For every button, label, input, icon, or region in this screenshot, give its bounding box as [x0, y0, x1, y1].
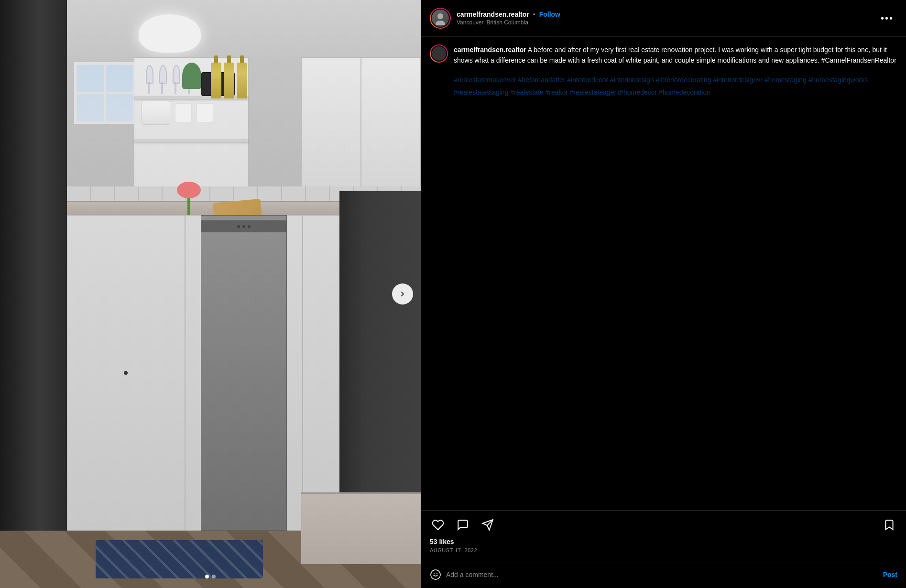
image-indicators	[205, 575, 216, 578]
username-row: carmelfrandsen.realtor • Follow	[457, 11, 871, 18]
control-dot	[237, 225, 240, 228]
mug	[175, 103, 192, 122]
upper-cabinet-right-1	[301, 57, 361, 191]
dishes	[142, 101, 213, 125]
comment-input[interactable]	[446, 571, 878, 578]
upper-cabinet-right-2	[361, 57, 421, 191]
wine-glass	[157, 65, 167, 94]
post-header: carmelfrandsen.realtor • Follow Vancouve…	[421, 0, 906, 37]
caption-area: carmelfrandsen.realtor A before and afte…	[421, 37, 906, 511]
kitchen-image	[0, 0, 421, 588]
bottle	[237, 63, 247, 98]
actions-bar: 53 likes AUGUST 17, 2022	[421, 511, 906, 563]
next-image-button[interactable]	[392, 283, 413, 305]
header-info: carmelfrandsen.realtor • Follow Vancouve…	[457, 11, 871, 26]
emoji-icon	[430, 569, 441, 580]
location: Vancouver, British Columbia	[457, 19, 871, 26]
bottle	[211, 63, 221, 98]
heart-icon	[432, 519, 444, 531]
avatar-inner	[431, 9, 450, 28]
mug	[196, 103, 213, 122]
post-container: carmelfrandsen.realtor • Follow Vancouve…	[0, 0, 906, 588]
dishwasher-controls	[201, 220, 286, 232]
avatar-wrapper	[430, 8, 451, 29]
comment-button[interactable]	[455, 517, 471, 533]
hashtag-block: #realestatemakeover #beforeandafter #int…	[454, 74, 897, 99]
shelf-2	[134, 139, 248, 142]
share-button[interactable]	[480, 517, 496, 533]
chevron-right-icon	[399, 290, 406, 298]
stove	[339, 191, 421, 531]
more-options-button[interactable]: •••	[877, 11, 897, 26]
window-cross-v	[104, 65, 106, 121]
svg-point-0	[437, 13, 443, 19]
cabinet-handle	[124, 371, 128, 375]
like-button[interactable]	[430, 517, 446, 533]
fridge	[0, 0, 67, 588]
control-dot	[242, 225, 245, 228]
flower-bloom	[177, 182, 201, 198]
svg-point-1	[436, 21, 445, 25]
rug	[96, 540, 263, 578]
indicator-dot-1	[205, 575, 209, 578]
open-shelves	[134, 57, 249, 191]
emoji-button[interactable]	[430, 569, 441, 580]
caption-avatar-inner	[431, 45, 447, 62]
action-icons-left	[430, 517, 496, 533]
svg-point-6	[437, 573, 437, 574]
control-dot	[248, 225, 251, 228]
caption-avatar-wrapper	[430, 44, 448, 63]
bookmark-button[interactable]	[881, 517, 897, 533]
comment-area: Post	[421, 563, 906, 588]
rug-pattern	[96, 540, 263, 578]
wine-glass	[144, 65, 153, 94]
flower-stem	[187, 198, 190, 215]
follow-button[interactable]: Follow	[539, 11, 560, 18]
caption-text: carmelfrandsen.realtor A before and afte…	[454, 44, 897, 66]
avatar-placeholder	[432, 10, 449, 27]
bottle	[224, 63, 234, 98]
bookmark-icon	[883, 519, 895, 531]
wine-glass	[171, 65, 180, 94]
action-icons	[430, 517, 897, 533]
hashtags: #realestatemakeover #beforeandafter #int…	[454, 74, 897, 99]
dish-stack	[142, 101, 170, 125]
upper-right-cabinets	[301, 57, 421, 191]
separator: •	[533, 11, 535, 18]
dishwasher	[201, 215, 287, 531]
sidebar: carmelfrandsen.realtor • Follow Vancouve…	[421, 0, 906, 588]
lower-cabinet	[67, 215, 185, 531]
header-username[interactable]: carmelfrandsen.realtor	[457, 11, 529, 18]
island-counter	[301, 492, 421, 564]
window	[74, 62, 136, 124]
more-icon: •••	[881, 13, 894, 23]
svg-point-4	[431, 570, 440, 579]
likes-count: 53 likes	[430, 538, 897, 545]
post-comment-button[interactable]: Post	[883, 571, 897, 578]
caption-username[interactable]: carmelfrandsen.realtor	[454, 46, 526, 54]
caption-text-block: carmelfrandsen.realtor A before and afte…	[454, 44, 897, 99]
caption-content: carmelfrandsen.realtor A before and afte…	[430, 44, 897, 99]
comment-icon	[457, 519, 469, 531]
post-date: AUGUST 17, 2022	[430, 547, 897, 553]
send-icon	[481, 519, 494, 531]
indicator-dot-2	[212, 575, 216, 578]
image-area	[0, 0, 421, 588]
ceiling-light	[139, 14, 201, 53]
avatar-icon	[434, 11, 447, 25]
svg-point-5	[434, 573, 435, 574]
bottles	[211, 63, 247, 98]
flowers	[177, 182, 201, 215]
shelf-plant	[182, 63, 201, 89]
